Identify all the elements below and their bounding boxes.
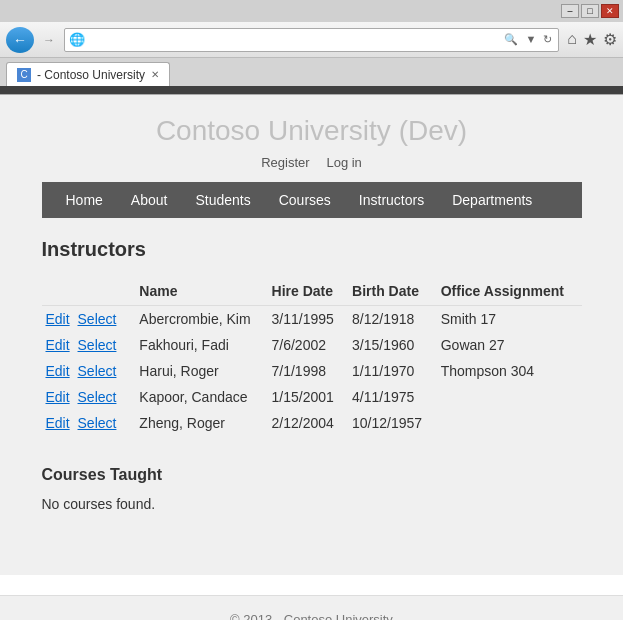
back-button[interactable]: ← (6, 27, 34, 53)
row-hire-date-2: 7/1/1998 (268, 358, 349, 384)
home-icon[interactable]: ⌂ (567, 30, 577, 49)
nav-item-departments[interactable]: Departments (438, 182, 546, 218)
edit-link-2[interactable]: Edit (46, 363, 70, 379)
row-birth-date-1: 3/15/1960 (348, 332, 437, 358)
row-office-0: Smith 17 (437, 306, 582, 333)
row-name-2: Harui, Roger (135, 358, 267, 384)
refresh-icon[interactable]: ↻ (541, 32, 554, 47)
tab-favicon: C (17, 68, 31, 82)
tab-close-button[interactable]: ✕ (151, 69, 159, 80)
row-hire-date-4: 2/12/2004 (268, 410, 349, 436)
register-link[interactable]: Register (261, 155, 309, 170)
title-bar: – □ ✕ (0, 0, 623, 22)
table-row: Edit Select Abercrombie, Kim 3/11/1995 8… (42, 306, 582, 333)
tab-label: - Contoso University (37, 68, 145, 82)
main-navigation: Home About Students Courses Instructors … (42, 182, 582, 218)
minimize-button[interactable]: – (561, 4, 579, 18)
row-actions-1: Edit Select (42, 332, 136, 358)
row-actions-2: Edit Select (42, 358, 136, 384)
row-hire-date-0: 3/11/1995 (268, 306, 349, 333)
row-actions-4: Edit Select (42, 410, 136, 436)
row-hire-date-3: 1/15/2001 (268, 384, 349, 410)
row-office-1: Gowan 27 (437, 332, 582, 358)
tab-bar: C - Contoso University ✕ (0, 58, 623, 86)
row-birth-date-0: 8/12/1918 (348, 306, 437, 333)
site-footer: © 2013 - Contoso University (0, 595, 623, 620)
no-courses-message: No courses found. (42, 496, 582, 512)
edit-link-3[interactable]: Edit (46, 389, 70, 405)
row-office-3 (437, 384, 582, 410)
select-link-4[interactable]: Select (78, 415, 117, 431)
row-hire-date-1: 7/6/2002 (268, 332, 349, 358)
edit-link-4[interactable]: Edit (46, 415, 70, 431)
close-button[interactable]: ✕ (601, 4, 619, 18)
login-link[interactable]: Log in (326, 155, 361, 170)
table-row: Edit Select Fakhouri, Fadi 7/6/2002 3/15… (42, 332, 582, 358)
col-hire-date: Hire Date (268, 277, 349, 306)
row-name-0: Abercrombie, Kim (135, 306, 267, 333)
table-row: Edit Select Zheng, Roger 2/12/2004 10/12… (42, 410, 582, 436)
address-icons: 🔍 ▼ ↻ (502, 32, 554, 47)
settings-icon[interactable]: ⚙ (603, 30, 617, 49)
page-content: Contoso University (Dev) Register Log in… (0, 95, 623, 575)
row-actions-0: Edit Select (42, 306, 136, 333)
nav-item-courses[interactable]: Courses (265, 182, 345, 218)
page-heading: Instructors (42, 238, 582, 261)
address-bar[interactable]: 🌐 http://localhost:21456/Instru... 🔍 ▼ ↻ (64, 28, 559, 52)
dropdown-icon[interactable]: ▼ (523, 32, 538, 47)
favorites-icon[interactable]: ★ (583, 30, 597, 49)
edit-link-1[interactable]: Edit (46, 337, 70, 353)
auth-links: Register Log in (42, 155, 582, 170)
row-birth-date-4: 10/12/1957 (348, 410, 437, 436)
select-link-2[interactable]: Select (78, 363, 117, 379)
col-office: Office Assignment (437, 277, 582, 306)
site-title: Contoso University (Dev) (42, 115, 582, 147)
browser-toolbar-bar (0, 86, 623, 94)
maximize-button[interactable]: □ (581, 4, 599, 18)
favicon-icon: 🌐 (69, 32, 85, 47)
row-name-3: Kapoor, Candace (135, 384, 267, 410)
navigation-bar: ← → 🌐 http://localhost:21456/Instru... 🔍… (0, 22, 623, 58)
row-name-4: Zheng, Roger (135, 410, 267, 436)
nav-item-students[interactable]: Students (181, 182, 264, 218)
search-icon[interactable]: 🔍 (502, 32, 520, 47)
table-body: Edit Select Abercrombie, Kim 3/11/1995 8… (42, 306, 582, 437)
nav-list: Home About Students Courses Instructors … (52, 182, 572, 218)
url-input[interactable]: http://localhost:21456/Instru... (89, 33, 500, 47)
col-birth-date: Birth Date (348, 277, 437, 306)
row-office-4 (437, 410, 582, 436)
nav-item-home[interactable]: Home (52, 182, 117, 218)
nav-item-instructors[interactable]: Instructors (345, 182, 438, 218)
nav-item-about[interactable]: About (117, 182, 182, 218)
forward-button[interactable]: → (38, 29, 60, 51)
col-name: Name (135, 277, 267, 306)
table-header: Name Hire Date Birth Date Office Assignm… (42, 277, 582, 306)
edit-link-0[interactable]: Edit (46, 311, 70, 327)
header-row: Name Hire Date Birth Date Office Assignm… (42, 277, 582, 306)
select-link-3[interactable]: Select (78, 389, 117, 405)
table-row: Edit Select Harui, Roger 7/1/1998 1/11/1… (42, 358, 582, 384)
row-actions-3: Edit Select (42, 384, 136, 410)
courses-heading: Courses Taught (42, 466, 582, 484)
row-office-2: Thompson 304 (437, 358, 582, 384)
col-actions (42, 277, 136, 306)
instructors-table: Name Hire Date Birth Date Office Assignm… (42, 277, 582, 436)
window-controls: – □ ✕ (561, 4, 619, 18)
row-birth-date-3: 4/11/1975 (348, 384, 437, 410)
row-birth-date-2: 1/11/1970 (348, 358, 437, 384)
active-tab[interactable]: C - Contoso University ✕ (6, 62, 170, 86)
footer-text: © 2013 - Contoso University (230, 612, 393, 620)
select-link-0[interactable]: Select (78, 311, 117, 327)
row-name-1: Fakhouri, Fadi (135, 332, 267, 358)
table-row: Edit Select Kapoor, Candace 1/15/2001 4/… (42, 384, 582, 410)
select-link-1[interactable]: Select (78, 337, 117, 353)
